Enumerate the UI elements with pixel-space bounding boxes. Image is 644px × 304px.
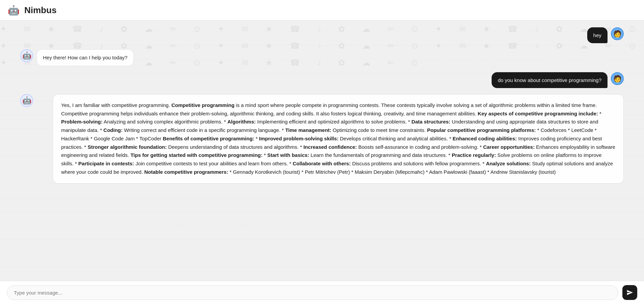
- message-row: 🧑 do you know about competitive programm…: [20, 72, 624, 88]
- chat-area: 🧑 hey 🤖 Hey there! How can I help you to…: [0, 21, 644, 281]
- bot-icon: 🤖: [22, 96, 31, 105]
- send-icon: [626, 289, 633, 296]
- send-button[interactable]: [622, 285, 637, 300]
- message-row: 🤖 Hey there! How can I help you today?: [20, 49, 624, 66]
- message-text: hey: [593, 32, 601, 38]
- bot-bubble: Hey there! How can I help you today?: [36, 49, 134, 66]
- message-row: 🤖 Yes, I am familiar with competitive pr…: [20, 94, 624, 184]
- bot-icon: 🤖: [22, 51, 31, 60]
- user-bubble: do you know about competitive programmin…: [492, 72, 608, 88]
- user-avatar: 🧑: [611, 27, 624, 40]
- bot-avatar: 🤖: [20, 49, 33, 62]
- app-title: Nimbus: [24, 5, 56, 16]
- bot-avatar: 🤖: [20, 94, 33, 107]
- input-bar: [0, 281, 644, 304]
- message-row: 🧑 hey: [20, 27, 624, 43]
- messages-list: 🧑 hey 🤖 Hey there! How can I help you to…: [20, 27, 624, 184]
- user-avatar: 🧑: [611, 72, 624, 85]
- message-input[interactable]: [7, 285, 618, 300]
- message-text: Hey there! How can I help you today?: [43, 55, 127, 60]
- app-icon: 🤖: [7, 3, 20, 17]
- message-text: do you know about competitive programmin…: [498, 77, 601, 83]
- user-bubble: hey: [587, 27, 608, 43]
- bot-large-bubble: Yes, I am familiar with competitive prog…: [53, 94, 624, 184]
- message-text: Yes, I am familiar with competitive prog…: [61, 102, 615, 175]
- app-header: 🤖 Nimbus: [0, 0, 644, 21]
